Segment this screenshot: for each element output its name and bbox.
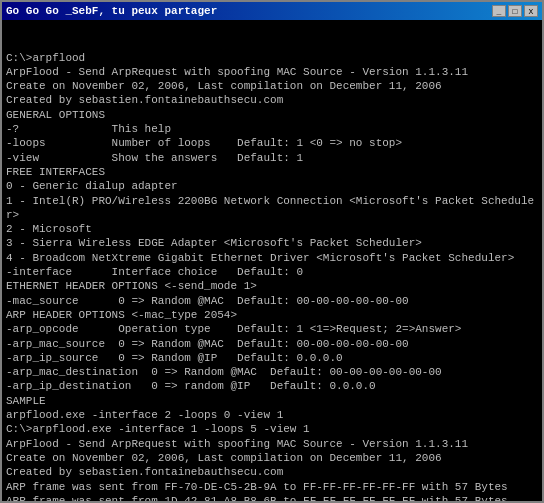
terminal-line: Created by sebastien.fontainebauthsecu.c… [6,93,538,107]
terminal-line: -arp_ip_destination 0 => random @IP Defa… [6,379,538,393]
terminal-line: -arp_mac_source 0 => Random @MAC Default… [6,337,538,351]
title-bar: Go Go Go _SebF, tu peux partager _ □ X [2,2,542,20]
window-title: Go Go Go _SebF, tu peux partager [6,5,217,17]
terminal-line: GENERAL OPTIONS [6,108,538,122]
window-controls: _ □ X [492,5,538,17]
minimize-button[interactable]: _ [492,5,506,17]
terminal-line: -arp_mac_destination 0 => Random @MAC De… [6,365,538,379]
terminal-line: -? This help [6,122,538,136]
terminal-line: ETHERNET HEADER OPTIONS <-send_mode 1> [6,279,538,293]
terminal-line: 3 - Sierra Wireless EDGE Adapter <Micros… [6,236,538,250]
terminal-line: -interface Interface choice Default: 0 [6,265,538,279]
maximize-button[interactable]: □ [508,5,522,17]
terminal-line: ArpFlood - Send ArpRequest with spoofing… [6,65,538,79]
terminal-line: -arp_ip_source 0 => Random @IP Default: … [6,351,538,365]
terminal-line: Create on November 02, 2006, Last compil… [6,451,538,465]
terminal-line: Create on November 02, 2006, Last compil… [6,79,538,93]
terminal-line: ARP frame was sent from FF-70-DE-C5-2B-9… [6,480,538,494]
terminal-line: ARP frame was sent from 1D-42-81-A8-B8-6… [6,494,538,501]
terminal-line: 2 - Microsoft [6,222,538,236]
terminal-line: ARP HEADER OPTIONS <-mac_type 2054> [6,308,538,322]
close-button[interactable]: X [524,5,538,17]
terminal-line: Created by sebastien.fontainebauthsecu.c… [6,465,538,479]
terminal-line: r> [6,208,538,222]
terminal-line: 4 - Broadcom NetXtreme Gigabit Ethernet … [6,251,538,265]
terminal-line: ArpFlood - Send ArpRequest with spoofing… [6,437,538,451]
terminal-line: arpflood.exe -interface 2 -loops 0 -view… [6,408,538,422]
cmd-window: Go Go Go _SebF, tu peux partager _ □ X C… [0,0,544,503]
terminal-line: 0 - Generic dialup adapter [6,179,538,193]
terminal-line: SAMPLE [6,394,538,408]
terminal-output[interactable]: C:\>arpfloodArpFlood - Send ArpRequest w… [2,20,542,501]
terminal-line: C:\>arpflood.exe -interface 1 -loops 5 -… [6,422,538,436]
terminal-line: -view Show the answers Default: 1 [6,151,538,165]
terminal-line: -arp_opcode Operation type Default: 1 <1… [6,322,538,336]
terminal-line: -loops Number of loops Default: 1 <0 => … [6,136,538,150]
terminal-line: FREE INTERFACES [6,165,538,179]
terminal-line: -mac_source 0 => Random @MAC Default: 00… [6,294,538,308]
terminal-line: C:\>arpflood [6,51,538,65]
terminal-line: 1 - Intel(R) PRO/Wireless 2200BG Network… [6,194,538,208]
